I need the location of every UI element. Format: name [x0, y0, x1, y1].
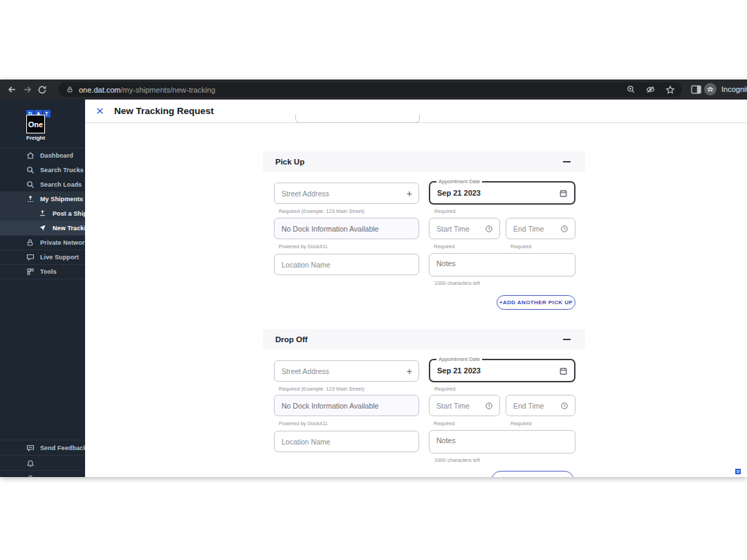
dropoff-location-name-input[interactable]: [282, 438, 412, 446]
pickup-notes-input[interactable]: [430, 254, 575, 276]
sidebar-item-post-a-shipment[interactable]: Post a Shipment: [0, 206, 85, 221]
sidebar-item-search-trucks[interactable]: Search Trucks: [0, 162, 85, 177]
sidebar-item-dashboard[interactable]: Dashboard: [0, 148, 85, 162]
bell-icon: [26, 459, 35, 467]
pickup-start-time-input[interactable]: [436, 225, 482, 233]
dropoff-street-helper: Required (Example: 123 Main Street): [279, 386, 365, 392]
zoom-icon[interactable]: [627, 85, 636, 94]
pickup-location-name-field[interactable]: [274, 254, 419, 275]
home-icon: [26, 151, 35, 160]
chat-icon: [26, 253, 35, 261]
add-address-icon[interactable]: +: [407, 366, 412, 377]
incognito-badge[interactable]: Incognito: [704, 83, 747, 95]
dropoff-notes-helper: 1000 characters left: [434, 457, 480, 463]
pickup-street-address-input[interactable]: [282, 189, 403, 198]
sidebar-item-new-tracking-request[interactable]: New Tracking Request: [0, 221, 85, 235]
close-icon[interactable]: [95, 106, 104, 115]
sidebar-item-search-loads[interactable]: Search Loads: [0, 177, 85, 192]
dropoff-appointment-helper: Required: [434, 386, 455, 392]
privacy-eye-icon[interactable]: [645, 85, 656, 94]
lock-icon: [26, 239, 34, 247]
url-bar[interactable]: one.dat.com/my-shipments/new-tracking: [58, 82, 682, 97]
pickup-end-time-field[interactable]: [506, 218, 575, 239]
dropoff-start-time-field[interactable]: [429, 395, 500, 416]
dropoff-dock-info-field: [274, 395, 419, 416]
dropoff-dock-info-input: [282, 402, 412, 410]
side-panel-icon[interactable]: [691, 85, 701, 94]
tools-icon: [26, 268, 35, 276]
dropoff-street-address-field[interactable]: +: [274, 360, 419, 382]
dropoff-end-time-input[interactable]: [513, 402, 557, 410]
reload-icon[interactable]: [35, 82, 50, 97]
bookmark-star-icon[interactable]: [665, 85, 675, 95]
dropoff-appointment-date-field[interactable]: Appointment Date: [429, 359, 575, 382]
clock-icon[interactable]: [560, 402, 569, 410]
pickup-appointment-date-field[interactable]: Appointment Date: [429, 181, 575, 205]
pickup-appointment-date-input[interactable]: [437, 189, 556, 197]
dropoff-notes-field[interactable]: [429, 430, 575, 454]
dropoff-appointment-date-label: Appointment Date: [436, 356, 482, 362]
sidebar-item-tools[interactable]: Tools: [0, 264, 85, 279]
lock-icon: [66, 86, 73, 93]
browser-toolbar: one.dat.com/my-shipments/new-tracking In…: [0, 80, 747, 100]
dropoff-title: Drop Off: [275, 335, 308, 344]
person-icon: [26, 474, 35, 478]
pickup-end-time-input[interactable]: [513, 225, 557, 233]
dropoff-section-header: Drop Off: [263, 329, 585, 350]
dropoff-notes-input[interactable]: [430, 431, 575, 453]
pickup-location-name-input[interactable]: [282, 261, 412, 269]
sidebar-item-private-network[interactable]: Private Network: [0, 235, 85, 250]
pickup-start-helper: Required: [434, 243, 454, 250]
dropoff-start-helper: Required: [434, 420, 454, 427]
pickup-dock-info-input: [282, 225, 412, 233]
pickup-street-address-field[interactable]: +: [274, 183, 419, 204]
page-title: New Tracking Request: [114, 106, 214, 116]
calendar-icon[interactable]: [559, 189, 568, 198]
pickup-notes-field[interactable]: [429, 253, 575, 277]
dropoff-appointment-date-input[interactable]: [437, 366, 556, 375]
pickup-title: Pick Up: [275, 158, 304, 166]
pickup-street-helper: Required (Example: 123 Main Street): [279, 208, 365, 214]
pickup-start-time-field[interactable]: [429, 218, 500, 239]
sidebar-item-live-support[interactable]: Live Support: [0, 250, 85, 264]
sidebar-item-my-shipments[interactable]: My Shipments: [0, 192, 85, 206]
browser-window: one.dat.com/my-shipments/new-tracking In…: [0, 80, 747, 477]
send-icon: [39, 224, 46, 232]
dropoff-street-address-input[interactable]: [282, 367, 403, 375]
main-content: New Tracking Request Pick Up + Required …: [85, 100, 747, 477]
incognito-avatar-icon: [704, 83, 717, 95]
pickup-end-helper: Required: [510, 243, 531, 250]
sidebar-item-notifications[interactable]: [0, 456, 85, 470]
pickup-appointment-date-label: Appointment Date: [436, 178, 482, 185]
pickup-notes-helper: 1000 characters left: [434, 280, 480, 286]
collapse-pickup-button[interactable]: [563, 158, 571, 166]
sidebar-item-profile-partial[interactable]: [0, 471, 85, 477]
calendar-icon[interactable]: [559, 366, 568, 375]
partially-scrolled-field: [295, 115, 420, 123]
url-text: one.dat.com/my-shipments/new-tracking: [79, 86, 215, 94]
search-icon: [26, 166, 35, 174]
sidebar-item-send-feedback[interactable]: Send Feedback: [0, 440, 85, 455]
pickup-dock-info-field: [274, 218, 419, 239]
sidebar: DAT One Freight Dashboard Search Trucks …: [0, 100, 85, 477]
add-another-dropoff-button-partial[interactable]: [491, 471, 574, 477]
clock-icon[interactable]: [560, 225, 569, 233]
forward-icon[interactable]: [19, 82, 35, 97]
add-address-icon[interactable]: +: [407, 188, 412, 199]
dropoff-location-name-field[interactable]: [274, 431, 419, 452]
dropoff-dock-helper: Powered by Dock411: [279, 420, 328, 427]
back-icon[interactable]: [4, 82, 19, 97]
feedback-icon: [26, 444, 35, 452]
incognito-label: Incognito: [721, 85, 747, 93]
search-icon: [26, 180, 35, 189]
freight-label: Freight: [26, 135, 45, 141]
add-another-pickup-button[interactable]: +ADD ANOTHER PICK UP: [497, 295, 575, 310]
dropoff-start-time-input[interactable]: [436, 402, 482, 410]
dropoff-end-time-field[interactable]: [506, 395, 575, 416]
clock-icon[interactable]: [485, 225, 493, 233]
dropoff-end-helper: Required: [510, 420, 531, 427]
collapse-dropoff-button[interactable]: [563, 335, 571, 344]
shipments-icon: [26, 195, 35, 203]
pickup-dock-helper: Powered by Dock411: [279, 243, 328, 250]
clock-icon[interactable]: [485, 402, 493, 410]
